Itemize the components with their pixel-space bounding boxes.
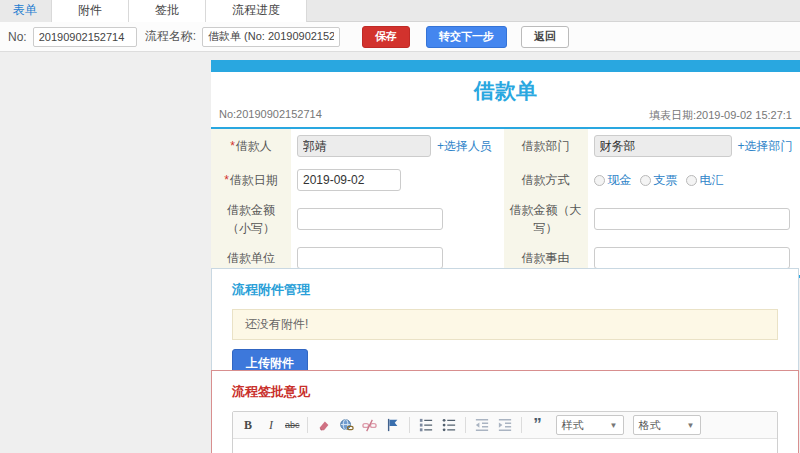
tab-process-progress[interactable]: 流程进度 xyxy=(205,0,307,22)
radio-icon[interactable] xyxy=(640,175,651,186)
borrower-label: *借款人 xyxy=(211,129,291,163)
numbered-list-icon[interactable] xyxy=(417,416,435,434)
radio-icon[interactable] xyxy=(686,175,697,186)
chevron-down-icon: ▼ xyxy=(687,421,695,430)
select-person-link[interactable]: +选择人员 xyxy=(437,138,492,155)
loan-reason-input[interactable] xyxy=(594,247,790,269)
editor-content-area[interactable] xyxy=(233,439,777,453)
date-label: *借款日期 xyxy=(211,163,291,197)
tab-bar: 表单 附件 签批 流程进度 xyxy=(0,0,800,22)
radio-check[interactable]: 支票 xyxy=(640,172,678,189)
required-mark: * xyxy=(224,173,229,187)
remove-format-icon[interactable] xyxy=(315,416,333,434)
amount-upper-cell xyxy=(588,197,800,241)
anchor-flag-icon[interactable] xyxy=(384,416,402,434)
department-label: 借款部门 xyxy=(504,129,588,163)
radio-wire-transfer[interactable]: 电汇 xyxy=(686,172,724,189)
radio-icon[interactable] xyxy=(594,175,605,186)
editor-toolbar: B I abc xyxy=(233,412,777,439)
bullet-list-icon[interactable] xyxy=(440,416,458,434)
select-department-link[interactable]: +选择部门 xyxy=(738,138,793,155)
loan-unit-input[interactable] xyxy=(297,247,443,269)
toolbar-separator xyxy=(465,417,466,433)
date-cell xyxy=(291,163,504,197)
attachments-heading: 流程附件管理 xyxy=(232,281,778,299)
back-button[interactable]: 返回 xyxy=(521,26,569,48)
tab-attachments[interactable]: 附件 xyxy=(51,0,129,22)
italic-icon[interactable]: I xyxy=(262,416,280,434)
rich-text-editor: B I abc xyxy=(232,411,778,453)
blockquote-icon[interactable]: ” xyxy=(529,416,547,434)
card-top-bar xyxy=(211,60,800,72)
approval-heading: 流程签批意见 xyxy=(232,383,778,401)
amount-lowercase-input[interactable] xyxy=(297,208,443,230)
tab-form[interactable]: 表单 xyxy=(0,0,52,22)
toolbar-separator xyxy=(409,417,410,433)
form-grid: *借款人 +选择人员 借款部门 +选择部门 *借款日期 借款方式 现金 xyxy=(211,127,800,278)
chevron-down-icon: ▼ xyxy=(610,421,618,430)
process-name-label: 流程名称: xyxy=(145,28,196,45)
amount-lower-label: 借款金额（小写） xyxy=(211,197,291,241)
amount-upper-label: 借款金额（大写） xyxy=(504,197,588,241)
fill-date: 填表日期:2019-09-02 15:27:1 xyxy=(649,108,792,123)
format-dropdown[interactable]: 格式 ▼ xyxy=(633,415,701,435)
loan-method-radio-group: 现金 支票 电汇 xyxy=(594,172,724,189)
approval-section: 流程签批意见 B I abc xyxy=(211,370,799,453)
process-name-input[interactable] xyxy=(202,27,340,47)
loan-date-input[interactable] xyxy=(297,169,401,191)
no-input[interactable] xyxy=(33,27,137,47)
required-mark: * xyxy=(230,139,235,153)
outdent-icon[interactable] xyxy=(473,416,491,434)
loan-form-card: 借款单 No:20190902152714 填表日期:2019-09-02 15… xyxy=(211,60,800,278)
department-input[interactable] xyxy=(594,135,732,157)
no-label: No: xyxy=(8,30,27,44)
link-icon[interactable] xyxy=(338,416,356,434)
form-title: 借款单 xyxy=(211,72,800,108)
strikethrough-icon[interactable]: abc xyxy=(285,416,300,434)
method-cell: 现金 支票 电汇 xyxy=(588,163,800,197)
method-label: 借款方式 xyxy=(504,163,588,197)
department-cell: +选择部门 xyxy=(588,129,800,163)
save-button[interactable]: 保存 xyxy=(362,26,410,48)
form-subheader: No:20190902152714 填表日期:2019-09-02 15:27:… xyxy=(211,108,800,127)
amount-lower-cell xyxy=(291,197,504,241)
toolbar-separator xyxy=(521,417,522,433)
tab-approval[interactable]: 签批 xyxy=(128,0,206,22)
bold-icon[interactable]: B xyxy=(239,416,257,434)
doc-number: No:20190902152714 xyxy=(219,108,322,123)
no-attachments-message: 还没有附件! xyxy=(232,309,778,340)
unlink-icon[interactable] xyxy=(361,416,379,434)
borrower-cell: +选择人员 xyxy=(291,129,504,163)
indent-icon[interactable] xyxy=(496,416,514,434)
action-toolbar: No: 流程名称: 保存 转交下一步 返回 xyxy=(0,22,800,52)
borrower-input[interactable] xyxy=(297,135,431,157)
amount-uppercase-input[interactable] xyxy=(594,208,790,230)
radio-cash[interactable]: 现金 xyxy=(594,172,632,189)
forward-next-step-button[interactable]: 转交下一步 xyxy=(426,26,507,48)
toolbar-separator xyxy=(307,417,308,433)
style-dropdown[interactable]: 样式 ▼ xyxy=(556,415,624,435)
